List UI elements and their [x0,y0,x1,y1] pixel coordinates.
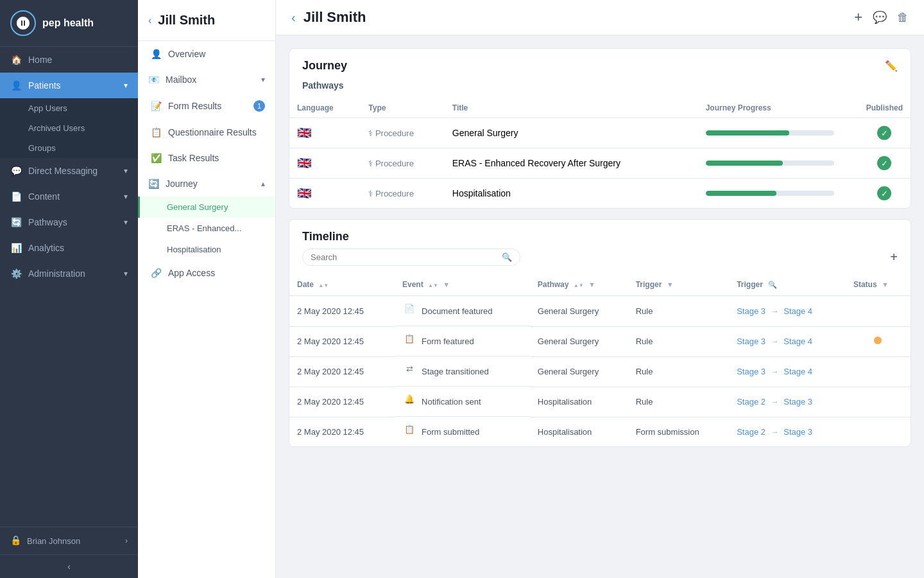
analytics-icon: 📊 [10,243,22,253]
row-date: 2 May 2020 12:45 [289,387,395,417]
journey-card-subtitle: Pathways [289,78,911,98]
add-button[interactable]: + [854,9,862,26]
row-trigger-stages: Stage 3 → Stage 4 [729,296,846,327]
edit-button[interactable]: ✏️ [885,60,898,72]
logo-icon [10,10,36,36]
published-check: ✓ [877,126,891,140]
timeline-header: Timeline [289,220,911,249]
administration-icon: ⚙️ [10,268,22,279]
journey-sub-general-surgery[interactable]: General Surgery [138,197,275,218]
sidebar-item-groups[interactable]: Groups [0,138,138,158]
col-title: Title [445,98,698,118]
trigger-to[interactable]: Stage 4 [783,306,812,316]
status-filter[interactable]: ▼ [882,281,889,288]
sec-nav-mailbox[interactable]: 📧 Mailbox ▾ [138,67,275,92]
sidebar-label-direct-messaging: Direct Messaging [28,166,98,176]
row-progress [698,179,859,209]
back-button[interactable]: ‹ [148,15,151,26]
row-published: ✓ [859,179,911,209]
row-flag: 🇬🇧 [289,179,361,209]
sidebar-item-patients[interactable]: 👤 Patients ▾ [0,73,138,98]
sec-nav-questionnaire[interactable]: 📋 Questionnaire Results [138,119,275,145]
col-type: Type [361,98,444,118]
sec-nav-mailbox-group: 📧 Mailbox ▾ [138,67,275,92]
trigger-from[interactable]: Stage 3 [737,306,766,316]
sidebar-label-content: Content [28,191,60,202]
mailbox-icon: 📧 [148,74,159,85]
trigger-to[interactable]: Stage 4 [783,367,812,376]
sec-nav-app-access[interactable]: 🔗 App Access [138,260,275,286]
header-actions: + 💬 🗑 [854,9,909,26]
row-type-icon: ⚕ Procedure [361,179,444,209]
overview-label: Overview [168,49,205,59]
direct-messaging-chevron: ▾ [124,166,128,175]
row-status [846,417,911,446]
row-event: 📋 Form submitted [395,417,530,446]
sidebar-item-home[interactable]: 🏠 Home [0,47,138,73]
sidebar-item-administration[interactable]: ⚙️ Administration ▾ [0,261,138,286]
pathway-filter[interactable]: ▼ [588,281,595,288]
trigger-from[interactable]: Stage 3 [737,367,766,376]
app-access-icon: 🔗 [150,268,162,278]
form-results-badge: 1 [253,100,265,112]
patients-submenu: App Users Archived Users Groups [0,98,138,158]
trigger-arrow: → [771,397,779,407]
pathways-icon: 🔄 [10,217,22,227]
sec-nav-form-results[interactable]: 📝 Form Results 1 [138,92,275,119]
row-title: ERAS - Enhanced Recovery After Surgery [445,148,698,179]
header-back-btn[interactable]: ‹ [291,10,296,25]
pathways-chevron: ▾ [124,218,128,227]
sidebar-item-direct-messaging[interactable]: 💬 Direct Messaging ▾ [0,158,138,184]
sidebar-collapse-btn[interactable]: ‹ [0,554,138,578]
trigger-to[interactable]: Stage 3 [783,427,812,437]
trigger-to[interactable]: Stage 3 [783,397,812,407]
trigger-from[interactable]: Stage 3 [737,337,766,346]
event-type-icon: 🔔 [402,394,416,408]
published-check: ✓ [877,186,891,200]
row-status [846,356,911,387]
trigger2-search[interactable]: 🔍 [768,281,777,289]
search-box[interactable]: 🔍 [302,249,520,266]
event-filter[interactable]: ▼ [443,281,450,288]
col-trigger2: Trigger 🔍 [729,274,846,296]
trigger-from[interactable]: Stage 2 [737,397,766,407]
sec-nav-journey[interactable]: 🔄 Journey ▴ [138,171,275,197]
event-type-icon: 📄 [402,304,416,318]
sidebar-item-analytics[interactable]: 📊 Analytics [0,235,138,261]
user-profile[interactable]: 🔒 Brian Johnson › [0,527,138,554]
trigger-to[interactable]: Stage 4 [783,337,812,346]
pathway-sort[interactable]: ▲▼ [574,283,584,288]
search-input[interactable] [311,252,497,262]
sec-nav-overview[interactable]: 👤 Overview [138,41,275,67]
questionnaire-icon: 📋 [150,127,162,137]
journey-sub-hospitalisation[interactable]: Hospitalisation [138,239,275,260]
trigger1-filter[interactable]: ▼ [667,281,674,288]
sec-nav-task-results[interactable]: ✅ Task Results [138,145,275,171]
col-pathway: Pathway ▲▼ ▼ [530,274,628,296]
row-date: 2 May 2020 12:45 [289,326,395,356]
row-trigger: Rule [628,326,729,356]
sidebar-item-archived-users[interactable]: Archived Users [0,118,138,138]
date-sort[interactable]: ▲▼ [318,283,329,288]
trigger-from[interactable]: Stage 2 [737,427,766,437]
row-date: 2 May 2020 12:45 [289,296,395,327]
row-trigger: Rule [628,296,729,327]
sidebar-item-pathways[interactable]: 🔄 Pathways ▾ [0,209,138,235]
journey-submenu: General Surgery ERAS - Enhanced... Hospi… [138,197,275,260]
row-title: General Surgery [445,118,698,148]
delete-button[interactable]: 🗑 [897,11,909,24]
questionnaire-label: Questionnaire Results [168,127,257,137]
trigger-arrow: → [771,427,779,437]
timeline-add-button[interactable]: + [890,250,898,265]
sidebar-item-app-users[interactable]: App Users [0,98,138,118]
journey-sub-eras[interactable]: ERAS - Enhanced... [138,218,275,239]
event-sort[interactable]: ▲▼ [428,283,438,288]
journey-row: 🇬🇧 ⚕ Procedure ERAS - Enhanced Recovery … [289,148,911,179]
mailbox-label: Mailbox [166,74,196,85]
row-published: ✓ [859,118,911,148]
patients-icon: 👤 [10,80,22,91]
message-button[interactable]: 💬 [873,10,887,24]
trigger-arrow: → [771,306,779,316]
sidebar-label-home: Home [28,55,52,65]
sidebar-item-content[interactable]: 📄 Content ▾ [0,184,138,209]
